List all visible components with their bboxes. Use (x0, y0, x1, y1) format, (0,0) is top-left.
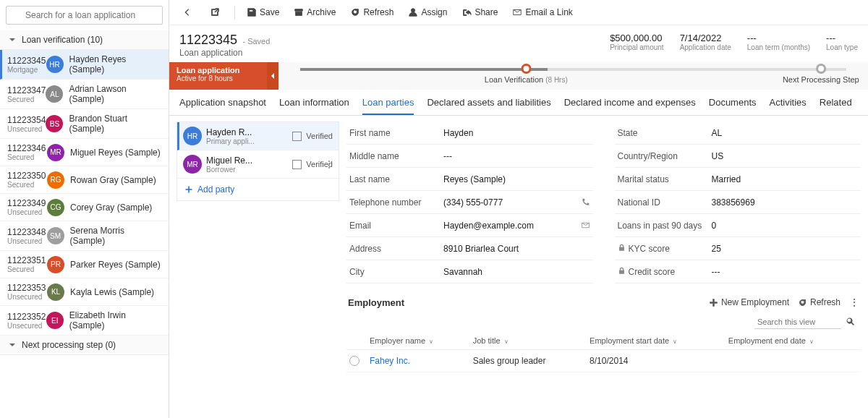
field-value: 25 (712, 244, 859, 254)
tab-application-snapshot[interactable]: Application snapshot (179, 90, 266, 115)
verified-checkbox[interactable] (292, 132, 302, 141)
field-row[interactable]: Telephone number (334) 555-0777 (346, 191, 593, 214)
content: HR Hayden R... Primary appli... Verified… (169, 116, 868, 418)
party-row[interactable]: HR Hayden R... Primary appli... Verified (177, 122, 339, 150)
field-row[interactable]: Country/Region US (615, 145, 861, 168)
avatar: HR (46, 56, 64, 73)
tab-related[interactable]: Related (820, 90, 852, 115)
progress-step-next[interactable]: Next Processing Step (783, 64, 859, 84)
party-details: First name HaydenMiddle name ---Last nam… (346, 121, 861, 412)
new-employment-button[interactable]: New Employment (709, 297, 789, 307)
field-value: AL (712, 128, 859, 138)
field-row[interactable]: First name Hayden (346, 121, 593, 145)
employment-section: Employment New Employment Refresh ⋮ (346, 292, 861, 372)
field-row[interactable]: Address 8910 Briarlea Court (346, 237, 593, 260)
loan-list-item[interactable]: 11223348Unsecured SM Serena Morris (Samp… (0, 221, 169, 251)
field-label: First name (349, 128, 443, 138)
loan-list-item[interactable]: 11223345Mortgage HR Hayden Reyes (Sample… (0, 50, 169, 80)
archive-button[interactable]: Archive (288, 4, 341, 20)
share-button[interactable]: Share (456, 4, 503, 20)
tab-loan-information[interactable]: Loan information (279, 90, 349, 115)
share-icon (461, 7, 472, 17)
section-loan-verification[interactable]: Loan verification (10) (0, 30, 169, 50)
column-header[interactable]: Employment end date ∨ (726, 332, 861, 350)
field-row[interactable]: State AL (615, 121, 861, 145)
loan-list-item[interactable]: 11223347Secured AL Adrian Lawson (Sample… (0, 80, 169, 109)
fields-right: State ALCountry/Region USMarital status … (615, 121, 861, 283)
employment-search-input[interactable] (754, 315, 841, 329)
loan-list-item[interactable]: 11223351Secured PR Parker Reyes (Sample) (0, 251, 169, 278)
tab-loan-parties[interactable]: Loan parties (362, 90, 414, 115)
save-button[interactable]: Save (241, 4, 285, 20)
field-value: Hayden (443, 128, 590, 138)
stage-collapse-button[interactable] (267, 62, 278, 90)
phone-icon (581, 197, 590, 207)
sort-icon: ∨ (429, 338, 433, 345)
field-row[interactable]: Marital status Married (615, 168, 861, 191)
loan-list-item[interactable]: 11223352Unsecured EI Elizabeth Irwin (Sa… (0, 306, 169, 336)
tab-declared-income-and-expenses[interactable]: Declared income and expenses (564, 90, 696, 115)
add-party-button[interactable]: Add party (177, 179, 339, 200)
party-row[interactable]: MR Miguel Re... Borrower Verified ⋮ (177, 150, 339, 179)
section-next-step[interactable]: Next processing step (0) (0, 336, 169, 355)
loan-list-item[interactable]: 11223354Unsecured BS Brandon Stuart (Sam… (0, 109, 169, 139)
stage-chip[interactable]: Loan application Active for 8 hours (169, 62, 267, 90)
progress-step-current[interactable]: Loan Verification (8 Hrs) (485, 64, 568, 84)
field-label: Address (349, 244, 443, 254)
header-metric: 7/14/2022Application date (680, 33, 731, 58)
field-row[interactable]: KYC score 25 (615, 237, 861, 260)
employment-refresh-button[interactable]: Refresh (798, 297, 841, 307)
field-row[interactable]: Last name Reyes (Sample) (346, 168, 593, 191)
avatar: KL (47, 283, 64, 301)
chevron-down-icon (9, 36, 16, 43)
loan-list-item[interactable]: 11223353Unsecured KL Kayla Lewis (Sample… (0, 278, 169, 306)
column-header[interactable]: Employer name ∨ (367, 332, 470, 350)
sort-icon: ∨ (673, 338, 677, 345)
field-row[interactable]: Middle name --- (346, 145, 593, 168)
header-metric: ---Loan term (months) (747, 33, 810, 58)
field-row[interactable]: Email Hayden@example.com (346, 214, 593, 237)
column-header[interactable]: Job title ∨ (470, 332, 587, 350)
save-status: - Saved (242, 37, 270, 46)
email-button[interactable]: Email a Link (506, 4, 578, 20)
stage-subtitle: Active for 8 hours (176, 74, 260, 82)
column-header[interactable]: Employment start date ∨ (587, 332, 726, 350)
employment-search-button[interactable] (841, 315, 859, 329)
header-metrics: $500,000.00Principal amount7/14/2022Appl… (610, 33, 858, 58)
employer-link[interactable]: Fahey Inc. (370, 356, 410, 366)
refresh-button[interactable]: Refresh (344, 4, 399, 20)
party-panel: HR Hayden R... Primary appli... Verified… (176, 121, 339, 412)
search-input[interactable] (6, 6, 163, 25)
tab-declared-assets-and-liabilities[interactable]: Declared assets and liabilities (427, 90, 550, 115)
field-row[interactable]: Loans in past 90 days 0 (615, 214, 861, 237)
loan-applicant-name: Kayla Lewis (Sample) (70, 287, 154, 297)
employment-heading: Employment (348, 297, 404, 308)
chevron-down-icon (9, 341, 16, 349)
avatar: HR (183, 127, 202, 145)
lock-icon (618, 244, 626, 252)
field-value: --- (712, 267, 859, 277)
refresh-icon (798, 298, 807, 307)
loan-applicant-name: Adrian Lawson (Sample) (69, 84, 161, 104)
field-row[interactable]: Credit score --- (615, 260, 861, 283)
table-row[interactable]: Fahey Inc. Sales group leader 8/10/2014 (346, 350, 861, 372)
assign-button[interactable]: Assign (402, 4, 453, 20)
field-row[interactable]: National ID 383856969 (615, 191, 861, 214)
loan-list-item[interactable]: 11223349Unsecured CG Corey Gray (Sample) (0, 194, 169, 221)
employment-table: Employer name ∨Job title ∨Employment sta… (346, 332, 861, 372)
field-value: 383856969 (712, 197, 859, 208)
back-button[interactable] (176, 4, 201, 20)
avatar: EI (46, 312, 64, 329)
field-label: Telephone number (349, 197, 443, 208)
field-row[interactable]: City Savannah (346, 260, 593, 283)
employment-more-button[interactable]: ⋮ (849, 297, 859, 308)
tab-activities[interactable]: Activities (770, 90, 807, 115)
popout-button[interactable] (204, 4, 229, 20)
field-value: 0 (712, 221, 859, 231)
row-select[interactable] (349, 356, 359, 366)
tab-documents[interactable]: Documents (709, 90, 757, 115)
loan-list-item[interactable]: 11223350Secured RG Rowan Gray (Sample) (0, 166, 169, 194)
party-more-button[interactable]: ⋮ (324, 159, 334, 169)
verified-checkbox[interactable] (292, 160, 302, 169)
loan-list-item[interactable]: 11223346Secured MR Miguel Reyes (Sample) (0, 139, 169, 166)
